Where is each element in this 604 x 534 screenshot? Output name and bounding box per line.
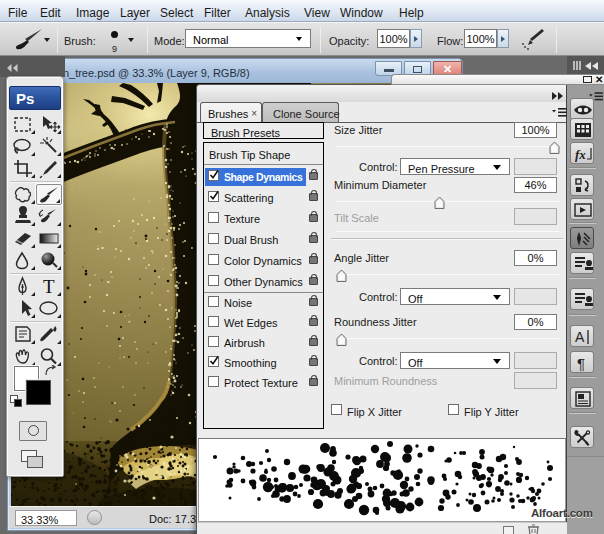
svg-text:T: T bbox=[43, 276, 55, 297]
svg-text:¶: ¶ bbox=[577, 355, 585, 372]
svg-text:fx: fx bbox=[575, 147, 586, 162]
svg-text:A: A bbox=[575, 329, 585, 345]
